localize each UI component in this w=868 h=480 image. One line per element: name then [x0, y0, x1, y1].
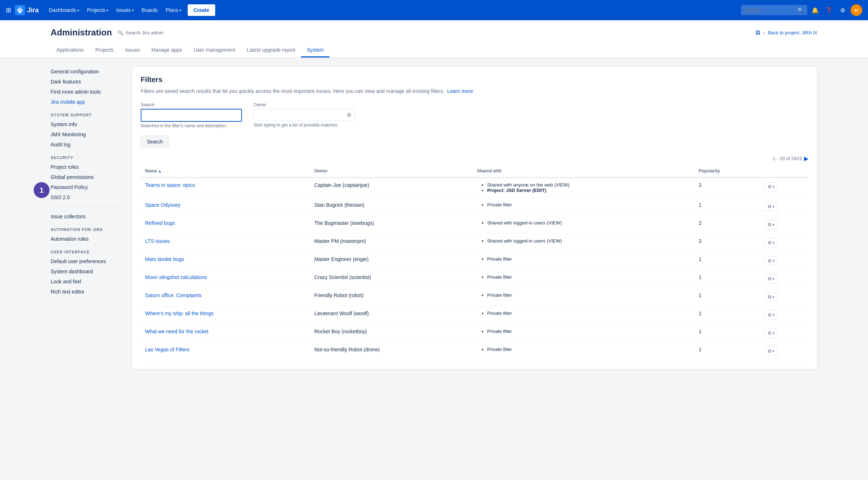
search-col: Search Searches in the filter's name and… — [141, 102, 242, 128]
filter-name-link[interactable]: Refined bugs — [145, 220, 175, 226]
filter-name-link[interactable]: Space Odyssey — [145, 202, 180, 208]
logo-text: Jira — [27, 7, 39, 14]
row-action-btn[interactable]: ⚙ ▾ — [764, 292, 778, 301]
row-action-btn[interactable]: ⚙ ▾ — [764, 220, 778, 229]
filter-name-link[interactable]: What we need for the rocket — [145, 329, 208, 334]
owner-hint: Start typing to get a list of possible m… — [254, 123, 355, 128]
pagination-text: 1 - 20 of 2423 — [773, 156, 802, 161]
owner-input[interactable] — [254, 109, 344, 121]
sidebar-dark-features[interactable]: Dark features — [51, 77, 123, 87]
table-row: Saturn office: Complaints Friendly Robot… — [141, 288, 808, 306]
nav-dashboards[interactable]: Dashboards ▾ — [45, 4, 83, 16]
nav-right: 🔍 🔔 ❓ ⚙ U — [741, 4, 862, 16]
row-action-btn[interactable]: ⚙ ▾ — [764, 256, 778, 265]
user-avatar[interactable]: U — [851, 4, 862, 16]
back-btn[interactable]: 🖼 ← Back to project: JIRA IX — [756, 30, 817, 35]
nav-search-box[interactable]: 🔍 — [741, 5, 807, 15]
main-content: Filters Filters are saved search results… — [132, 67, 817, 369]
table-row: Refined bugs The Bugmaster (iseebugs) Sh… — [141, 216, 808, 234]
filter-search-row: Search Searches in the filter's name and… — [141, 102, 808, 128]
tab-projects[interactable]: Projects — [90, 43, 120, 57]
create-button[interactable]: Create — [188, 4, 215, 16]
nav-search-input[interactable] — [745, 7, 795, 13]
sidebar-default-user-prefs[interactable]: Default user preferences — [51, 256, 123, 266]
settings-icon[interactable]: ⚙ — [837, 4, 848, 16]
filter-name-link[interactable]: Where's my ship: all the things — [145, 310, 213, 316]
sidebar-section-ui: USER INTERFACE — [51, 250, 123, 254]
table-row: Where's my ship: all the things Lieutena… — [141, 306, 808, 324]
admin-header: Administration 🔍 Search Jira admin 🖼 ← B… — [0, 20, 868, 58]
pagination-next-icon[interactable]: ▶ — [804, 155, 808, 162]
col-popularity: Popularity — [694, 165, 760, 177]
page-description: Filters are saved search results that le… — [141, 87, 808, 95]
pagination-row: 1 - 20 of 2423 ▶ — [141, 155, 808, 162]
tab-manage-apps[interactable]: Manage apps — [146, 43, 188, 57]
admin-search-icon: 🔍 — [118, 30, 123, 35]
sidebar-audit-log[interactable]: Audit log — [51, 140, 123, 150]
filters-table: Name ▲ Owner Shared with Popularity Team… — [141, 165, 808, 360]
filter-name-link[interactable]: Moon slingshot calculations — [145, 274, 207, 280]
col-shared: Shared with — [473, 165, 694, 177]
table-row: Las Vegas of Filters Not-so-friendly Rob… — [141, 342, 808, 360]
sidebar-password-policy[interactable]: Password Policy — [51, 182, 123, 192]
filter-search-input[interactable] — [141, 109, 242, 122]
row-action-btn[interactable]: ⚙ ▾ — [764, 274, 778, 283]
col-actions — [760, 165, 808, 177]
filter-name-link[interactable]: LTS issues — [145, 238, 170, 244]
filter-name-link[interactable]: Saturn office: Complaints — [145, 292, 201, 298]
sidebar-general-config[interactable]: General configuration — [51, 67, 123, 77]
row-action-btn[interactable]: ⚙ ▾ — [764, 202, 778, 211]
admin-title: Administration — [51, 27, 112, 38]
tab-issues[interactable]: Issues — [119, 43, 145, 57]
sidebar-system-info[interactable]: System info — [51, 119, 123, 129]
sidebar-jira-mobile[interactable]: Jira mobile app — [51, 97, 123, 107]
row-action-btn[interactable]: ⚙ ▾ — [764, 238, 778, 247]
top-nav: ⊞ Jira Dashboards ▾ Projects ▾ Issues ▾ … — [0, 0, 868, 20]
sidebar-section-system-support: SYSTEM SUPPORT — [51, 113, 123, 117]
tab-user-management[interactable]: User management — [188, 43, 241, 57]
sidebar-jmx-monitoring[interactable]: JMX Monitoring — [51, 129, 123, 140]
nav-menu: Dashboards ▾ Projects ▾ Issues ▾ Boards … — [45, 4, 739, 16]
sort-icon[interactable]: ▲ — [158, 169, 162, 173]
nav-issues[interactable]: Issues ▾ — [112, 4, 137, 16]
filter-name-link[interactable]: Mars lander bugs — [145, 256, 184, 262]
jira-logo[interactable]: Jira — [15, 5, 39, 15]
table-row: Moon slingshot calculations Crazy Scient… — [141, 270, 808, 288]
tab-system[interactable]: System — [301, 43, 329, 57]
sidebar-section-security: SECURITY — [51, 155, 123, 160]
sidebar-global-permissions[interactable]: Global permissions — [51, 172, 123, 182]
tab-applications[interactable]: Applications — [51, 43, 90, 57]
row-action-btn[interactable]: ⚙ ▾ — [764, 329, 778, 338]
sidebar-issue-collectors[interactable]: Issue collectors — [51, 211, 123, 222]
sidebar-look-feel[interactable]: Look and feel — [51, 277, 123, 287]
col-owner: Owner — [310, 165, 473, 177]
filter-name-link[interactable]: Teams in space: epics — [145, 182, 195, 188]
nav-boards[interactable]: Boards — [138, 4, 161, 16]
notifications-icon[interactable]: 🔔 — [809, 4, 821, 16]
row-action-btn[interactable]: ⚙ ▾ — [764, 182, 778, 191]
nav-plans[interactable]: Plans ▾ — [162, 4, 185, 16]
search-button[interactable]: Search — [141, 136, 169, 148]
table-row: Mars lander bugs Master Engineer (engie)… — [141, 252, 808, 270]
sidebar-find-admin-tools[interactable]: Find more admin tools — [51, 87, 123, 97]
nav-projects[interactable]: Projects ▾ — [84, 4, 112, 16]
sidebar-rich-text-editor[interactable]: Rich text editor — [51, 287, 123, 297]
sidebar-system-dashboard[interactable]: System dashboard — [51, 266, 123, 277]
tab-upgrade-report[interactable]: Latest upgrade report — [241, 43, 301, 57]
owner-input-wrapper: ⚙ — [254, 109, 355, 121]
admin-search-link[interactable]: 🔍 Search Jira admin — [118, 30, 163, 35]
row-action-btn[interactable]: ⚙ ▾ — [764, 347, 778, 356]
filter-name-link[interactable]: Las Vegas of Filters — [145, 347, 190, 352]
learn-more-link[interactable]: Learn more — [447, 88, 473, 94]
owner-gear-icon[interactable]: ⚙ — [344, 109, 354, 121]
help-icon[interactable]: ❓ — [823, 4, 835, 16]
admin-tabs: Applications Projects Issues Manage apps… — [51, 43, 817, 57]
sidebar-automation-rules[interactable]: Automation rules — [51, 234, 123, 244]
sidebar-project-roles[interactable]: Project roles — [51, 162, 123, 172]
grid-icon[interactable]: ⊞ — [6, 6, 11, 14]
table-row: What we need for the rocket Rocket Boy (… — [141, 324, 808, 342]
sidebar-sso[interactable]: SSO 2.0 — [51, 192, 123, 202]
table-header: Name ▲ Owner Shared with Popularity — [141, 165, 808, 177]
row-action-btn[interactable]: ⚙ ▾ — [764, 310, 778, 320]
owner-col: Owner ⚙ Start typing to get a list of po… — [254, 102, 355, 128]
